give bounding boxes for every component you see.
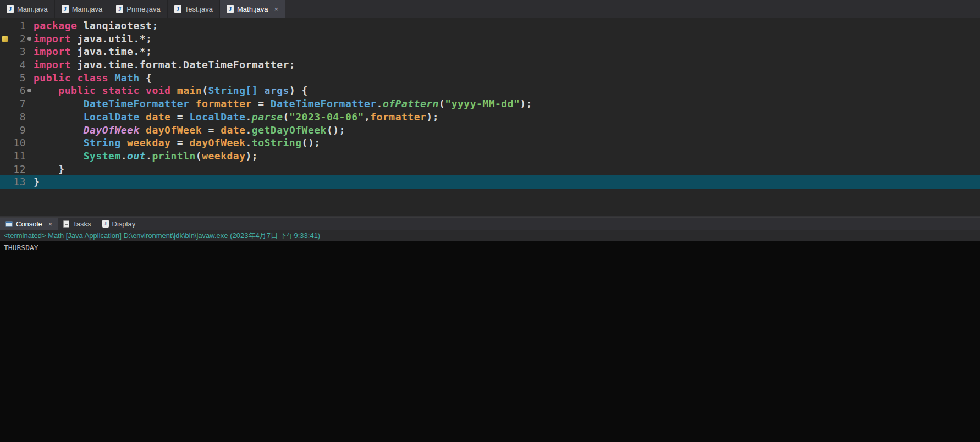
- annotation-ruler-cell[interactable]: [0, 19, 9, 32]
- code-text[interactable]: DateTimeFormatter formatter = DateTimeFo…: [34, 97, 980, 110]
- token-pl: =: [202, 124, 221, 136]
- token-pl: [77, 20, 83, 31]
- token-pl: [34, 85, 58, 96]
- annotation-ruler-cell[interactable]: [0, 45, 9, 58]
- token-pl: (: [202, 85, 208, 96]
- annotation-ruler-cell[interactable]: [0, 32, 9, 46]
- annotation-ruler-cell[interactable]: [0, 84, 9, 97]
- code-line-2[interactable]: 2import java.util.*;: [0, 32, 980, 46]
- fold-margin: [26, 163, 34, 176]
- editor-tab-main-java-1[interactable]: JMain.java: [55, 0, 110, 18]
- code-text[interactable]: }: [34, 163, 980, 176]
- code-text[interactable]: import java.time.*;: [34, 45, 980, 58]
- editor-tab-math-java-4[interactable]: JMath.java×: [220, 0, 285, 18]
- token-pl: [34, 150, 84, 162]
- token-kw: public: [34, 72, 71, 84]
- annotation-ruler-cell[interactable]: [0, 97, 9, 110]
- code-line-12[interactable]: 12 }: [0, 163, 980, 176]
- token-smth: ofPattern: [383, 98, 439, 109]
- code-line-9[interactable]: 9 DayOfWeek dayOfWeek = date.getDayOfWee…: [0, 124, 980, 137]
- token-kw: import: [34, 59, 71, 70]
- fold-margin: [26, 97, 34, 110]
- console-tab-console[interactable]: Console×: [0, 218, 58, 230]
- token-pl: .: [246, 137, 252, 148]
- line-number: 9: [9, 124, 26, 137]
- token-pl: [189, 98, 195, 109]
- token-str: "2023-04-06": [289, 111, 364, 123]
- fold-marker-icon[interactable]: [27, 37, 31, 41]
- code-text[interactable]: String weekday = dayOfWeek.toString();: [34, 136, 980, 150]
- editor-tab-main-java-0[interactable]: JMain.java: [0, 0, 55, 18]
- code-line-4[interactable]: 4import java.time.format.DateTimeFormatt…: [0, 58, 980, 71]
- annotation-ruler-cell[interactable]: [0, 136, 9, 150]
- token-pl: =: [170, 137, 189, 148]
- code-line-11[interactable]: 11 System.out.println(weekday);: [0, 150, 980, 163]
- code-line-5[interactable]: 5public class Math {: [0, 71, 980, 85]
- token-pl: .*;: [133, 33, 152, 45]
- editor-tab-bar: JMain.javaJMain.javaJPrime.javaJTest.jav…: [0, 0, 980, 18]
- token-warn: java.util: [77, 33, 133, 45]
- token-kw: package: [34, 20, 77, 31]
- code-text[interactable]: import java.util.*;: [34, 32, 980, 46]
- code-editor[interactable]: 1package lanqiaotest;2import java.util.*…: [0, 18, 980, 216]
- code-line-13[interactable]: 13}: [0, 175, 980, 189]
- annotation-ruler-cell[interactable]: [0, 124, 9, 137]
- token-var: date: [221, 124, 245, 136]
- console-tab-display[interactable]: JDisplay: [97, 218, 141, 230]
- token-var: formatter: [370, 111, 426, 123]
- code-line-10[interactable]: 10 String weekday = dayOfWeek.toString()…: [0, 136, 980, 150]
- code-text[interactable]: public class Math {: [34, 71, 980, 85]
- console-output[interactable]: THURSDAY: [0, 241, 980, 442]
- token-pl: .: [246, 124, 252, 136]
- token-pl: [34, 137, 84, 148]
- editor-tab-test-java-3[interactable]: JTest.java: [168, 0, 220, 18]
- token-pl: .: [246, 111, 252, 123]
- annotation-ruler-cell[interactable]: [0, 71, 9, 85]
- token-pl: [34, 98, 84, 109]
- token-pl: ();: [327, 124, 345, 136]
- console-tab-tasks[interactable]: Tasks: [58, 218, 96, 230]
- token-pl: .: [146, 150, 152, 162]
- console-output-text: THURSDAY: [4, 244, 38, 252]
- code-line-3[interactable]: 3import java.time.*;: [0, 45, 980, 58]
- annotation-ruler-cell[interactable]: [0, 175, 9, 189]
- code-line-1[interactable]: 1package lanqiaotest;: [0, 19, 980, 32]
- close-icon[interactable]: ×: [48, 220, 53, 228]
- code-text[interactable]: public static void main(String[] args) {: [34, 84, 980, 97]
- code-text[interactable]: package lanqiaotest;: [34, 19, 980, 32]
- token-pl: );: [520, 98, 532, 109]
- fold-margin: [26, 136, 34, 150]
- close-icon[interactable]: ×: [274, 5, 278, 13]
- tab-label: Math.java: [237, 5, 268, 13]
- fold-margin: [26, 175, 34, 189]
- annotation-ruler-cell[interactable]: [0, 163, 9, 176]
- line-number: 12: [9, 163, 26, 176]
- token-pl: (: [196, 150, 202, 162]
- code-text[interactable]: DayOfWeek dayOfWeek = date.getDayOfWeek(…: [34, 124, 980, 137]
- java-file-icon: J: [174, 5, 181, 13]
- editor-tab-prime-java-2[interactable]: JPrime.java: [109, 0, 167, 18]
- fold-marker-icon[interactable]: [27, 89, 31, 92]
- line-number: 13: [9, 175, 26, 189]
- line-number: 8: [9, 110, 26, 124]
- token-pl: [170, 85, 177, 96]
- token-cls: DateTimeFormatter: [271, 98, 377, 109]
- java-file-icon: J: [227, 5, 234, 13]
- token-pl: [140, 111, 146, 123]
- code-line-8[interactable]: 8 LocalDate date = LocalDate.parse("2023…: [0, 110, 980, 124]
- code-text[interactable]: import java.time.format.DateTimeFormatte…: [34, 58, 980, 71]
- token-pl: .: [377, 98, 383, 109]
- token-cls: String: [84, 137, 121, 148]
- annotation-ruler-cell[interactable]: [0, 110, 9, 124]
- code-text[interactable]: }: [34, 175, 980, 189]
- annotation-ruler-cell[interactable]: [0, 150, 9, 163]
- line-number: 7: [9, 97, 26, 110]
- code-line-6[interactable]: 6 public static void main(String[] args)…: [0, 84, 980, 97]
- token-pl: ();: [302, 137, 321, 148]
- line-number: 11: [9, 150, 26, 163]
- code-line-7[interactable]: 7 DateTimeFormatter formatter = DateTime…: [0, 97, 980, 110]
- annotation-ruler-cell[interactable]: [0, 58, 9, 71]
- token-kw: void: [146, 85, 170, 96]
- code-text[interactable]: LocalDate date = LocalDate.parse("2023-0…: [34, 110, 980, 124]
- code-text[interactable]: System.out.println(weekday);: [34, 150, 980, 163]
